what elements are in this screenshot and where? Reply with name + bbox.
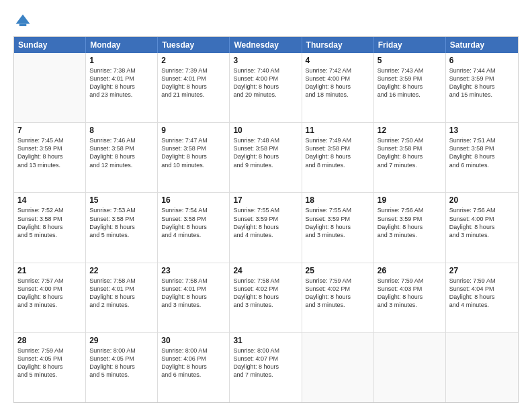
cell-text: Sunrise: 7:58 AM Sunset: 4:01 PM Dayligh… bbox=[89, 277, 154, 310]
header-day-thursday: Thursday bbox=[302, 37, 374, 53]
cell-text: Sunrise: 7:55 AM Sunset: 3:59 PM Dayligh… bbox=[306, 206, 370, 239]
calendar-cell: 24Sunrise: 7:58 AM Sunset: 4:02 PM Dayli… bbox=[230, 263, 302, 332]
cell-text: Sunrise: 7:58 AM Sunset: 4:02 PM Dayligh… bbox=[233, 277, 298, 310]
calendar-cell: 23Sunrise: 7:58 AM Sunset: 4:01 PM Dayli… bbox=[158, 263, 230, 332]
day-number: 2 bbox=[161, 56, 226, 65]
calendar-body: 1Sunrise: 7:38 AM Sunset: 4:01 PM Daylig… bbox=[14, 53, 518, 402]
day-number: 12 bbox=[378, 126, 442, 135]
calendar-cell: 29Sunrise: 8:00 AM Sunset: 4:05 PM Dayli… bbox=[86, 333, 158, 402]
calendar-cell bbox=[374, 333, 446, 402]
calendar-cell bbox=[14, 53, 86, 122]
cell-text: Sunrise: 7:44 AM Sunset: 3:59 PM Dayligh… bbox=[449, 66, 515, 99]
calendar-row: 14Sunrise: 7:52 AM Sunset: 3:58 PM Dayli… bbox=[14, 193, 518, 263]
calendar-cell bbox=[446, 333, 518, 402]
day-number: 26 bbox=[378, 266, 442, 275]
calendar-cell: 8Sunrise: 7:46 AM Sunset: 3:58 PM Daylig… bbox=[86, 123, 158, 192]
calendar-cell: 4Sunrise: 7:42 AM Sunset: 4:00 PM Daylig… bbox=[302, 53, 374, 122]
day-number: 1 bbox=[89, 56, 154, 65]
calendar-cell: 26Sunrise: 7:59 AM Sunset: 4:03 PM Dayli… bbox=[374, 263, 446, 332]
calendar-cell: 2Sunrise: 7:39 AM Sunset: 4:01 PM Daylig… bbox=[158, 53, 230, 122]
header-day-monday: Monday bbox=[86, 37, 158, 53]
day-number: 13 bbox=[449, 126, 515, 135]
calendar-row: 7Sunrise: 7:45 AM Sunset: 3:59 PM Daylig… bbox=[14, 123, 518, 193]
cell-text: Sunrise: 8:00 AM Sunset: 4:06 PM Dayligh… bbox=[161, 347, 226, 379]
cell-text: Sunrise: 7:59 AM Sunset: 4:04 PM Dayligh… bbox=[449, 277, 515, 310]
calendar-cell: 1Sunrise: 7:38 AM Sunset: 4:01 PM Daylig… bbox=[86, 53, 158, 122]
day-number: 5 bbox=[378, 56, 442, 65]
day-number: 29 bbox=[89, 336, 154, 345]
cell-text: Sunrise: 7:59 AM Sunset: 4:05 PM Dayligh… bbox=[17, 347, 82, 379]
svg-marker-0 bbox=[16, 15, 30, 24]
cell-text: Sunrise: 7:46 AM Sunset: 3:58 PM Dayligh… bbox=[89, 136, 154, 169]
cell-text: Sunrise: 7:47 AM Sunset: 3:58 PM Dayligh… bbox=[161, 136, 226, 169]
header-day-friday: Friday bbox=[374, 37, 446, 53]
cell-text: Sunrise: 7:52 AM Sunset: 3:58 PM Dayligh… bbox=[17, 206, 82, 239]
calendar-cell: 30Sunrise: 8:00 AM Sunset: 4:06 PM Dayli… bbox=[158, 333, 230, 402]
page: SundayMondayTuesdayWednesdayThursdayFrid… bbox=[0, 0, 532, 411]
header-day-sunday: Sunday bbox=[14, 37, 86, 53]
cell-text: Sunrise: 7:57 AM Sunset: 4:00 PM Dayligh… bbox=[17, 277, 82, 310]
logo bbox=[13, 12, 35, 31]
calendar-cell: 28Sunrise: 7:59 AM Sunset: 4:05 PM Dayli… bbox=[14, 333, 86, 402]
calendar-cell: 14Sunrise: 7:52 AM Sunset: 3:58 PM Dayli… bbox=[14, 193, 86, 262]
day-number: 27 bbox=[449, 266, 515, 275]
day-number: 11 bbox=[306, 126, 370, 135]
cell-text: Sunrise: 7:50 AM Sunset: 3:58 PM Dayligh… bbox=[378, 136, 442, 169]
logo-icon bbox=[13, 12, 32, 31]
calendar-cell: 25Sunrise: 7:59 AM Sunset: 4:02 PM Dayli… bbox=[302, 263, 374, 332]
day-number: 28 bbox=[17, 336, 82, 345]
calendar-cell bbox=[302, 333, 374, 402]
cell-text: Sunrise: 7:40 AM Sunset: 4:00 PM Dayligh… bbox=[233, 66, 298, 99]
calendar-cell: 10Sunrise: 7:48 AM Sunset: 3:58 PM Dayli… bbox=[230, 123, 302, 192]
day-number: 10 bbox=[233, 126, 298, 135]
svg-rect-1 bbox=[19, 24, 27, 27]
header-day-tuesday: Tuesday bbox=[158, 37, 230, 53]
calendar-cell: 21Sunrise: 7:57 AM Sunset: 4:00 PM Dayli… bbox=[14, 263, 86, 332]
day-number: 9 bbox=[161, 126, 226, 135]
cell-text: Sunrise: 8:00 AM Sunset: 4:07 PM Dayligh… bbox=[233, 347, 298, 379]
day-number: 7 bbox=[17, 126, 82, 135]
cell-text: Sunrise: 7:55 AM Sunset: 3:59 PM Dayligh… bbox=[233, 206, 298, 239]
day-number: 24 bbox=[233, 266, 298, 275]
calendar-cell: 19Sunrise: 7:56 AM Sunset: 3:59 PM Dayli… bbox=[374, 193, 446, 262]
day-number: 21 bbox=[17, 266, 82, 275]
day-number: 25 bbox=[306, 266, 370, 275]
calendar-cell: 31Sunrise: 8:00 AM Sunset: 4:07 PM Dayli… bbox=[230, 333, 302, 402]
day-number: 17 bbox=[233, 195, 298, 205]
cell-text: Sunrise: 7:56 AM Sunset: 4:00 PM Dayligh… bbox=[449, 206, 515, 239]
day-number: 30 bbox=[161, 336, 226, 345]
cell-text: Sunrise: 7:51 AM Sunset: 3:58 PM Dayligh… bbox=[449, 136, 515, 169]
calendar-cell: 22Sunrise: 7:58 AM Sunset: 4:01 PM Dayli… bbox=[86, 263, 158, 332]
cell-text: Sunrise: 7:39 AM Sunset: 4:01 PM Dayligh… bbox=[161, 66, 226, 99]
calendar: SundayMondayTuesdayWednesdayThursdayFrid… bbox=[13, 36, 519, 403]
calendar-cell: 11Sunrise: 7:49 AM Sunset: 3:58 PM Dayli… bbox=[302, 123, 374, 192]
day-number: 23 bbox=[161, 266, 226, 275]
calendar-cell: 27Sunrise: 7:59 AM Sunset: 4:04 PM Dayli… bbox=[446, 263, 518, 332]
calendar-cell: 13Sunrise: 7:51 AM Sunset: 3:58 PM Dayli… bbox=[446, 123, 518, 192]
day-number: 8 bbox=[89, 126, 154, 135]
day-number: 3 bbox=[233, 56, 298, 65]
calendar-cell: 3Sunrise: 7:40 AM Sunset: 4:00 PM Daylig… bbox=[230, 53, 302, 122]
calendar-row: 28Sunrise: 7:59 AM Sunset: 4:05 PM Dayli… bbox=[14, 333, 518, 402]
cell-text: Sunrise: 7:58 AM Sunset: 4:01 PM Dayligh… bbox=[161, 277, 226, 310]
day-number: 4 bbox=[306, 56, 370, 65]
calendar-cell: 20Sunrise: 7:56 AM Sunset: 4:00 PM Dayli… bbox=[446, 193, 518, 262]
day-number: 6 bbox=[449, 56, 515, 65]
cell-text: Sunrise: 7:48 AM Sunset: 3:58 PM Dayligh… bbox=[233, 136, 298, 169]
calendar-cell: 7Sunrise: 7:45 AM Sunset: 3:59 PM Daylig… bbox=[14, 123, 86, 192]
cell-text: Sunrise: 7:45 AM Sunset: 3:59 PM Dayligh… bbox=[17, 136, 82, 169]
cell-text: Sunrise: 7:56 AM Sunset: 3:59 PM Dayligh… bbox=[378, 206, 442, 239]
calendar-cell: 9Sunrise: 7:47 AM Sunset: 3:58 PM Daylig… bbox=[158, 123, 230, 192]
calendar-cell: 18Sunrise: 7:55 AM Sunset: 3:59 PM Dayli… bbox=[302, 193, 374, 262]
cell-text: Sunrise: 7:42 AM Sunset: 4:00 PM Dayligh… bbox=[306, 66, 370, 99]
calendar-row: 21Sunrise: 7:57 AM Sunset: 4:00 PM Dayli… bbox=[14, 263, 518, 333]
cell-text: Sunrise: 7:49 AM Sunset: 3:58 PM Dayligh… bbox=[306, 136, 370, 169]
day-number: 19 bbox=[378, 195, 442, 205]
calendar-cell: 15Sunrise: 7:53 AM Sunset: 3:58 PM Dayli… bbox=[86, 193, 158, 262]
calendar-cell: 5Sunrise: 7:43 AM Sunset: 3:59 PM Daylig… bbox=[374, 53, 446, 122]
header-day-saturday: Saturday bbox=[446, 37, 518, 53]
day-number: 22 bbox=[89, 266, 154, 275]
cell-text: Sunrise: 7:53 AM Sunset: 3:58 PM Dayligh… bbox=[89, 206, 154, 239]
day-number: 16 bbox=[161, 195, 226, 205]
calendar-cell: 6Sunrise: 7:44 AM Sunset: 3:59 PM Daylig… bbox=[446, 53, 518, 122]
